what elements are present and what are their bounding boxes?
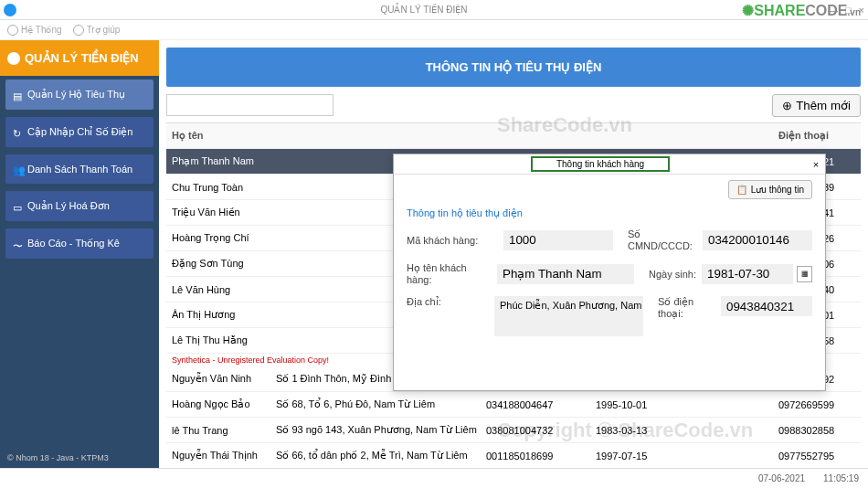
save-icon: 📋 <box>736 185 747 195</box>
sidebar-item-thanh-toan[interactable]: 👥Danh Sách Thanh Toán <box>5 154 153 184</box>
menu-help[interactable]: Trợ giúp <box>73 25 121 36</box>
menu-system[interactable]: Hệ Thống <box>7 25 62 36</box>
save-button[interactable]: 📋Lưu thông tin <box>728 180 812 199</box>
refresh-icon: ↻ <box>13 128 22 137</box>
sharecode-watermark-logo: ✺SHARECODE.vn <box>742 2 861 19</box>
label-cmnd: Số CMND/CCCD: <box>628 228 697 251</box>
chart-icon: 〜 <box>13 239 22 249</box>
modal-title: Thông tin khách hàng <box>531 156 670 172</box>
table-header: Họ tên Điện thoại <box>166 123 861 149</box>
input-ngaysinh[interactable] <box>702 264 793 284</box>
table-row[interactable]: Nguyễn Thái ThịnhSố 66, tổ dân phố 2, Mễ… <box>166 443 861 468</box>
main-content: THÔNG TIN HỘ TIÊU THỤ ĐIỆN ⊕Thêm mới Sha… <box>159 40 868 468</box>
table-row[interactable]: Hoàng Ngọc BảoSố 68, Tổ 6, Phú Đô, Nam T… <box>166 392 861 418</box>
bulb-icon <box>7 52 20 65</box>
customer-info-modal: Thông tin khách hàng × 📋Lưu thông tin Th… <box>393 154 826 391</box>
sidebar: QUẢN LÝ TIỀN ĐIỆN ▤Quản Lý Hộ Tiêu Thụ ↻… <box>0 40 159 468</box>
menubar: Hệ Thống Trợ giúp <box>0 20 868 40</box>
gear-icon <box>7 25 18 36</box>
label-makh: Mã khách hàng: <box>407 235 498 246</box>
status-time: 11:05:19 <box>823 473 859 483</box>
calendar-button[interactable]: ▦ <box>797 266 812 282</box>
plus-icon: ⊕ <box>782 99 792 112</box>
statusbar: 07-06-2021 11:05:19 <box>0 468 868 488</box>
app-logo-icon <box>4 4 16 16</box>
sidebar-header: QUẢN LÝ TIỀN ĐIỆN <box>0 40 159 76</box>
sidebar-item-chi-so-dien[interactable]: ↻Cập Nhập Chỉ Số Điện <box>5 117 153 147</box>
document-icon: ▤ <box>13 90 22 100</box>
input-diachi[interactable] <box>494 296 643 336</box>
sidebar-item-bao-cao[interactable]: 〜Báo Cáo - Thống Kê <box>5 228 153 259</box>
search-input[interactable] <box>166 94 333 116</box>
sidebar-footer: © Nhom 18 - Java - KTPM3 <box>0 448 159 468</box>
sidebar-item-ho-tieu-thu[interactable]: ▤Quản Lý Hộ Tiêu Thụ <box>5 80 153 110</box>
modal-subtitle: Thông tin hộ tiêu thụ điện <box>407 207 812 219</box>
table-row[interactable]: lê Thu TrangSố 93 ngõ 143, Xuân Phương, … <box>166 418 861 443</box>
help-icon <box>73 25 84 36</box>
status-date: 07-06-2021 <box>758 473 805 483</box>
label-ngaysinh: Ngày sinh: <box>649 269 696 280</box>
label-hoten: Họ tên khách hàng: <box>407 262 492 285</box>
input-cmnd[interactable] <box>703 230 812 250</box>
users-icon: 👥 <box>13 164 22 174</box>
input-makh[interactable] <box>503 230 613 250</box>
window-titlebar: QUẢN LÝ TIỀN ĐIỆN — □ × <box>0 0 868 20</box>
input-hoten[interactable] <box>497 264 634 284</box>
page-title: THÔNG TIN HỘ TIÊU THỤ ĐIỆN <box>166 48 861 87</box>
card-icon: ▭ <box>13 202 22 211</box>
window-title: QUẢN LÝ TIỀN ĐIỆN <box>20 5 828 15</box>
input-sdt[interactable] <box>721 296 812 316</box>
label-sdt: Số điện thoại: <box>658 296 715 320</box>
sidebar-item-hoa-don[interactable]: ▭Quản Lý Hoá Đơn <box>5 191 153 221</box>
add-new-button[interactable]: ⊕Thêm mới <box>772 94 861 117</box>
label-diachi: Địa chỉ: <box>407 296 489 308</box>
modal-close-button[interactable]: × <box>807 159 825 170</box>
